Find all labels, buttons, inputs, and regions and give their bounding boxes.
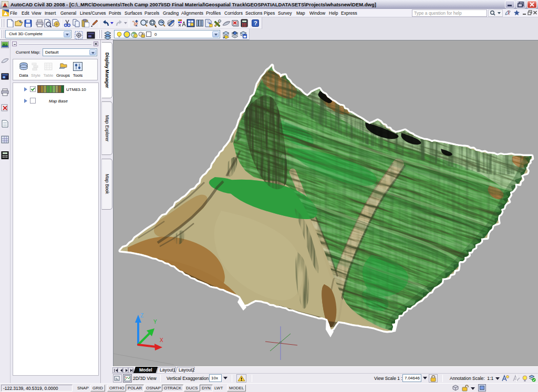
svg-text:Y: Y [153, 319, 157, 325]
svg-text:?: ? [254, 20, 257, 26]
svg-text:Z: Z [140, 313, 143, 318]
svg-text:X: X [160, 337, 163, 343]
